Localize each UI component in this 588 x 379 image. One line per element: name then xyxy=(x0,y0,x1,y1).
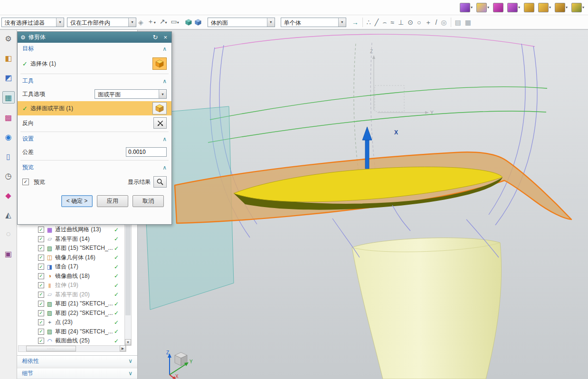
target-section-header[interactable]: 目标 ∧ xyxy=(18,43,171,55)
preview-checkbox[interactable]: ✓ xyxy=(22,179,29,185)
select-face-icon-button[interactable] xyxy=(152,102,167,114)
feature-group-icon-1[interactable]: ▾ xyxy=(459,2,474,13)
web-browser-icon[interactable]: ◉ xyxy=(3,131,14,142)
hd3d-tools-icon[interactable]: ▯ xyxy=(3,151,14,162)
constraint-navigator-icon[interactable]: ◩ xyxy=(3,72,14,83)
chevron-down-icon[interactable]: ∨ xyxy=(128,358,133,364)
dropdown-arrow-icon[interactable]: ▾ xyxy=(566,5,568,9)
part-navigator-icon[interactable]: ▦ xyxy=(2,91,15,104)
system-materials-icon[interactable]: ◆ xyxy=(3,190,14,201)
snap-center-icon[interactable]: ⊙ xyxy=(406,16,415,28)
face-rule-dropdown[interactable]: 体的面 ▾ xyxy=(208,18,275,27)
apply-selection-icon[interactable]: → xyxy=(350,16,360,28)
tree-row[interactable]: ✓ ▱ 基准平面 (14) ✓ xyxy=(17,235,138,244)
assembly-navigator-icon[interactable]: ◧ xyxy=(3,52,14,64)
snap-circle-icon[interactable]: ○ xyxy=(415,16,423,28)
process-studio-icon[interactable]: ◭ xyxy=(3,209,14,220)
feature-group-icon-6[interactable]: ▾ xyxy=(537,2,552,13)
shaded-view-icon[interactable] xyxy=(185,19,192,26)
dialog-close-button[interactable]: × xyxy=(162,34,169,41)
chevron-down-icon[interactable]: ▾ xyxy=(56,18,64,27)
table-icon[interactable]: ▦ xyxy=(463,16,473,28)
tree-row[interactable]: ✓ ▦ 通过曲线网格 (13) ✓ xyxy=(17,225,138,235)
reverse-direction-button[interactable] xyxy=(153,117,167,129)
dialog-reset-button[interactable]: ↻ xyxy=(152,34,160,41)
tree-row[interactable]: ✓ ▮ 拉伸 (19) ✓ xyxy=(17,281,138,290)
reuse-library-icon[interactable]: ▩ xyxy=(3,112,14,123)
preview-section-header[interactable]: 预览 ∧ xyxy=(18,161,171,173)
marquee-select-icon[interactable]: ▭▾ xyxy=(169,15,181,29)
customize-icon[interactable]: ⚙ xyxy=(3,33,14,44)
feature-checkbox[interactable]: ✓ xyxy=(38,255,44,261)
tree-row[interactable]: ✓ ▨ 草图 (24) "SKETCH_... ✓ xyxy=(17,327,138,337)
select-body-icon-button[interactable] xyxy=(152,57,167,70)
scroll-down-button[interactable]: ▼ xyxy=(125,339,131,345)
tree-row[interactable]: ✓ ▨ 草图 (22) "SKETCH_... ✓ xyxy=(17,309,138,318)
feature-checkbox[interactable]: ✓ xyxy=(38,329,44,335)
feature-checkbox[interactable]: ✓ xyxy=(38,319,44,325)
feature-checkbox[interactable]: ✓ xyxy=(38,227,44,233)
selection-filter-dropdown[interactable]: 没有选择过滤器 ▾ xyxy=(1,18,64,27)
details-panel-header[interactable]: 细节 ∨ xyxy=(17,368,137,379)
feature-checkbox[interactable]: ✓ xyxy=(38,245,44,251)
dropdown-arrow-icon[interactable]: ▾ xyxy=(549,5,551,9)
feature-checkbox[interactable]: ✓ xyxy=(38,273,44,279)
dependencies-panel-header[interactable]: 相依性 ∨ xyxy=(17,355,137,367)
feature-group-icon-2[interactable]: ▾ xyxy=(475,2,490,13)
cancel-button[interactable]: 取消 xyxy=(133,195,164,207)
tolerance-input[interactable] xyxy=(126,147,167,157)
dropdown-arrow-icon[interactable]: ▾ xyxy=(582,5,584,9)
snap-end-point-icon[interactable]: ∴ xyxy=(365,16,373,28)
collapse-chevron-icon[interactable]: ∧ xyxy=(162,78,167,85)
feature-group-icon-4[interactable]: ▾ xyxy=(506,2,521,13)
apply-button[interactable]: 应用 xyxy=(97,195,128,207)
wireframe-view-icon[interactable] xyxy=(194,19,202,26)
feature-checkbox[interactable]: ✓ xyxy=(38,282,44,288)
tree-row[interactable]: ✓ ◨ 缝合 (17) ✓ xyxy=(17,262,138,272)
feature-group-icon-8[interactable]: ▾ xyxy=(570,2,585,13)
snap-perpendicular-icon[interactable]: ⊥ xyxy=(396,16,406,28)
tree-row[interactable]: ✓ ◫ 镜像几何体 (16) ✓ xyxy=(17,253,138,263)
snap-quadrant-icon[interactable]: ◎ xyxy=(439,16,448,28)
manage-icon[interactable]: ◌ xyxy=(3,228,14,240)
chevron-down-icon[interactable]: ∨ xyxy=(128,370,133,377)
feature-checkbox[interactable]: ✓ xyxy=(38,264,44,270)
tree-row[interactable]: ✓ ▨ 草图 (15) "SKETCH_... ✓ xyxy=(17,244,138,253)
collapse-chevron-icon[interactable]: ∧ xyxy=(162,136,167,142)
tree-horizontal-scrollbar[interactable]: ····· xyxy=(18,345,126,352)
dropdown-arrow-icon[interactable]: ▾ xyxy=(518,5,520,9)
feature-group-icon-7[interactable]: ▾ xyxy=(554,2,569,13)
scrollbar-thumb[interactable]: ····· xyxy=(26,346,76,351)
point-dialog-icon[interactable]: ↗▾ xyxy=(158,15,169,29)
feature-checkbox[interactable]: ✓ xyxy=(38,310,44,316)
notes-icon[interactable]: ▣ xyxy=(3,248,14,259)
snap-tangent-icon[interactable]: / xyxy=(433,16,439,28)
chevron-down-icon[interactable]: ▾ xyxy=(128,18,136,27)
tool-section-header[interactable]: 工具 ∧ xyxy=(18,75,171,87)
chevron-down-icon[interactable]: ▾ xyxy=(338,18,346,27)
feature-group-icon-3[interactable] xyxy=(492,2,504,13)
feature-checkbox[interactable]: ✓ xyxy=(38,301,44,307)
select-face-row[interactable]: ✓ 选择面或平面 (1) xyxy=(18,101,171,115)
tree-row[interactable]: ✓ ＋ 点 (23) ✓ xyxy=(17,318,138,327)
chevron-down-icon[interactable]: ▾ xyxy=(267,18,275,27)
snap-point-icon[interactable]: ＋▾ xyxy=(145,15,158,29)
feature-checkbox[interactable]: ✓ xyxy=(38,236,44,242)
collapse-chevron-icon[interactable]: ∧ xyxy=(162,46,167,52)
snap-spline-icon[interactable]: ≈ xyxy=(389,16,396,28)
snap-arc-icon[interactable]: ⌢ xyxy=(380,16,389,28)
dropdown-arrow-icon[interactable]: ▾ xyxy=(471,5,473,9)
collapse-chevron-icon[interactable]: ∧ xyxy=(162,164,167,171)
tool-option-dropdown[interactable]: 面或平面 ▾ xyxy=(95,89,167,99)
tree-row[interactable]: ✓ ▨ 草图 (21) "SKETCH_... ✓ xyxy=(17,299,138,309)
body-rule-dropdown[interactable]: 单个体 ▾ xyxy=(281,18,346,27)
tree-row[interactable]: ✓ ▱ 基准平面 (20) ✓ xyxy=(17,290,138,300)
ok-button[interactable]: < 确定 > xyxy=(61,195,93,207)
grid-snap-icon[interactable]: ▤ xyxy=(453,16,463,28)
tree-row[interactable]: ✓ ◠ 截面曲线 (25) ✓ xyxy=(17,336,138,345)
snap-intersection-icon[interactable]: ＋ xyxy=(423,16,433,28)
select-body-row[interactable]: ✓ 选择体 (1) xyxy=(18,55,171,73)
feature-checkbox[interactable]: ✓ xyxy=(38,292,44,298)
chevron-down-icon[interactable]: ▾ xyxy=(159,90,166,98)
scrollbar-thumb[interactable] xyxy=(125,225,131,315)
